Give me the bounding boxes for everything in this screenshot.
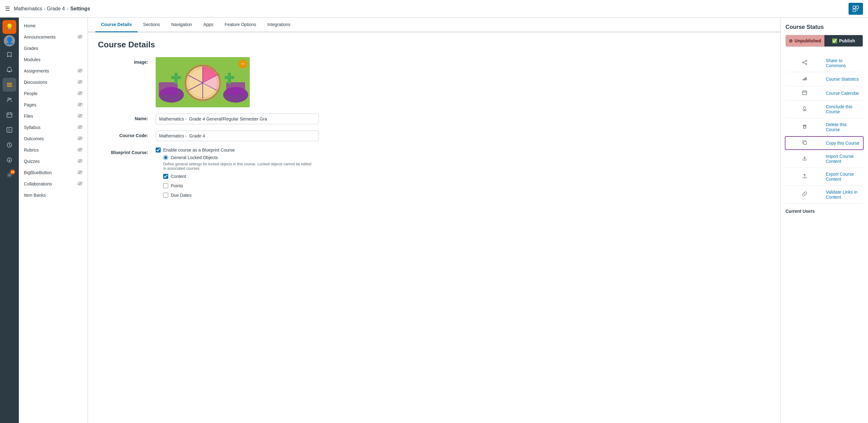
sidebar-item-item-banks[interactable]: Item Banks [19,189,88,201]
blueprint-checkbox[interactable] [156,148,161,152]
panel-action-delete-this-course[interactable]: Delete this Course [785,118,863,136]
panel-action-import-course-content[interactable]: Import Course Content [785,150,863,168]
course-status-title: Course Status [785,24,863,30]
nav-calendar[interactable] [2,108,16,122]
course-code-input[interactable] [156,130,319,141]
sidebar-item-quizzes[interactable]: Quizzes [19,156,88,167]
blueprint-suboptions: Content Points Due Dates [163,174,770,200]
unpublished-button[interactable]: ⊘ Unpublished [786,35,825,47]
points-label[interactable]: Points [171,183,183,188]
sidebar-item-label: Modules [24,57,40,62]
svg-rect-75 [803,79,804,80]
svg-rect-56 [226,82,245,95]
nav-history[interactable] [2,138,16,152]
due-dates-label[interactable]: Due Dates [171,193,191,198]
tab-navigation[interactable]: Navigation [166,18,198,32]
nav-notifications[interactable] [2,63,16,77]
sidebar-item-people[interactable]: People [19,88,88,99]
panel-action-share-to-commons[interactable]: Share to Commons [785,54,863,72]
breadcrumb: Mathematics - Grade 4 › Settings [14,6,90,11]
svg-rect-85 [804,142,806,144]
nav-people[interactable] [2,93,16,107]
panel-action-copy-this-course[interactable]: Copy this Course [785,136,864,150]
panel-action-export-course-content[interactable]: Export Course Content [785,168,863,186]
topbar-action-button[interactable] [848,3,863,15]
sidebar-item-label: Assignments [24,68,49,73]
due-dates-option-row: Due Dates [163,193,770,198]
nav-import[interactable] [2,153,16,167]
breadcrumb-parent[interactable]: Mathematics - Grade 4 [14,6,65,11]
sidebar-visibility-icon[interactable] [78,148,83,152]
avatar[interactable]: 👤 [4,35,15,47]
nav-logo[interactable]: 💡 [2,20,16,34]
svg-rect-58 [171,76,181,79]
sidebar: HomeAnnouncements GradesModulesAssignmen… [19,18,88,423]
sidebar-visibility-icon[interactable] [78,137,83,141]
tab-course-details[interactable]: Course Details [95,18,137,32]
course-code-field [156,130,770,141]
points-checkbox[interactable] [163,183,168,188]
blueprint-radio-label[interactable]: General Locked Objects [171,155,218,160]
sidebar-item-label: Syllabus [24,125,40,130]
svg-rect-6 [7,83,12,84]
unpublished-icon: ⊘ [789,38,793,43]
nav-modules[interactable] [2,78,16,92]
sidebar-item-discussions[interactable]: Discussions [19,77,88,88]
right-panel: Course Status ⊘ Unpublished ✅ Publish Sh… [780,18,868,423]
sidebar-visibility-icon[interactable] [78,125,83,130]
sidebar-item-label: Item Banks [24,193,46,198]
sidebar-item-rubrics[interactable]: Rubrics [19,144,88,156]
name-field [156,114,770,124]
tab-sections[interactable]: Sections [137,18,166,32]
sidebar-visibility-icon[interactable] [78,35,83,39]
sidebar-item-bigbluebutton[interactable]: BigBlueButton [19,167,88,178]
panel-action-conclude-this-course[interactable]: Conclude this Course [785,100,863,118]
sidebar-item-syllabus[interactable]: Syllabus [19,122,88,133]
publish-label: Publish [839,38,855,43]
sidebar-item-assignments[interactable]: Assignments [19,65,88,77]
blueprint-checkbox-label[interactable]: Enable course as a Blueprint Course [163,148,235,152]
nav-grades[interactable] [2,123,16,137]
settings-badge: 10 [10,170,15,175]
sidebar-visibility-icon[interactable] [78,80,83,85]
image-options-button[interactable]: ⋯ [239,60,247,68]
sidebar-item-announcements[interactable]: Announcements [19,31,88,43]
action-label: Share to Commons [826,58,862,68]
due-dates-checkbox[interactable] [163,193,168,198]
content-label[interactable]: Content [171,174,186,179]
menu-icon[interactable]: ☰ [5,5,10,12]
sidebar-visibility-icon[interactable] [78,182,83,186]
content-checkbox[interactable] [163,174,168,179]
svg-point-70 [806,60,807,61]
sidebar-visibility-icon[interactable] [78,102,83,107]
panel-action-course-statistics[interactable]: Course Statistics [785,72,863,86]
sidebar-item-outcomes[interactable]: Outcomes [19,133,88,144]
blueprint-radio[interactable] [163,155,168,160]
page-title: Course Details [98,40,770,50]
sidebar-item-files[interactable]: Files [19,111,88,122]
blueprint-field: Enable course as a Blueprint Course Gene… [156,148,770,200]
sidebar-item-collaborations[interactable]: Collaborations [19,178,88,189]
panel-action-course-calendar[interactable]: Course Calendar [785,86,863,100]
sidebar-visibility-icon[interactable] [78,171,83,175]
sidebar-visibility-icon[interactable] [78,91,83,96]
action-icon-conclude-this-course [787,106,823,112]
publish-button[interactable]: ✅ Publish [825,35,863,47]
tab-integrations[interactable]: Integrations [262,18,296,32]
sidebar-visibility-icon[interactable] [78,69,83,73]
sidebar-visibility-icon[interactable] [78,159,83,164]
svg-line-73 [804,61,806,62]
tab-feature-options[interactable]: Feature Options [219,18,262,32]
content-area: Course DetailsSectionsNavigationAppsFeat… [88,18,780,423]
sidebar-item-pages[interactable]: Pages [19,99,88,111]
nav-settings[interactable]: 10 [2,168,16,182]
name-input[interactable] [156,114,319,124]
sidebar-item-grades[interactable]: Grades [19,43,88,54]
nav-bookmarks[interactable] [2,48,16,61]
sidebar-visibility-icon[interactable] [78,114,83,119]
tab-apps[interactable]: Apps [198,18,219,32]
sidebar-item-modules[interactable]: Modules [19,54,88,65]
panel-action-validate-links-in-content[interactable]: Validate Links in Content [785,186,863,204]
action-label: Validate Links in Content [826,189,862,200]
sidebar-item-home[interactable]: Home [19,20,88,31]
